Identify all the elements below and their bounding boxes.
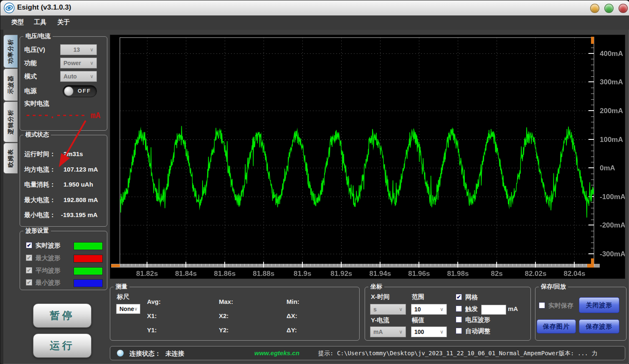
- tab-power-analysis[interactable]: 功率分析: [3, 35, 18, 68]
- min-current-label: 最小电流：: [24, 211, 56, 219]
- connection-status-value: 未连接: [165, 350, 184, 358]
- tip-path-text: 提示: C:\Users\tommy\Desktop\jv_2023_11_22…: [318, 350, 597, 357]
- realtime-save-label: 实时保存: [548, 302, 573, 310]
- panel-title: 保存/回放: [539, 283, 568, 291]
- panel-title: 电压/电流: [23, 33, 53, 40]
- chevron-down-icon: ∨: [90, 60, 94, 66]
- runtime-label: 运行时间：: [24, 150, 56, 158]
- panel-title: 模式状态: [23, 131, 51, 139]
- y1-field-label: Y1:: [147, 326, 157, 334]
- panel-title: 测量: [114, 283, 129, 291]
- x-time-label: X-时间: [371, 293, 390, 301]
- close-button[interactable]: [619, 4, 628, 13]
- rms-current-value: 107.123 mA: [63, 166, 98, 173]
- voltage-label: 电压(V): [24, 46, 45, 54]
- pause-button[interactable]: 暂停: [33, 303, 91, 328]
- app-logo-icon: [4, 3, 15, 15]
- min-wave-checkbox[interactable]: [26, 279, 32, 286]
- minimize-button[interactable]: [590, 4, 599, 13]
- realtime-wave-color: [74, 242, 103, 250]
- title-bar: Esight (v3.1.0.3): [0, 0, 629, 16]
- toggle-state: OFF: [78, 88, 91, 94]
- function-select[interactable]: Power∨: [60, 58, 97, 68]
- range-label: 范围: [412, 293, 424, 301]
- voltage-wave-checkbox[interactable]: [456, 316, 462, 323]
- min-wave-label: 最小波形: [36, 279, 61, 287]
- chevron-down-icon: ∨: [399, 306, 403, 312]
- coordinate-panel: 坐标 X-时间 范围 s∨ 10∨ Y-电流 幅值 mA∨ 100∨ 网格 触发…: [365, 287, 531, 341]
- amplitude-label: 幅值: [412, 316, 424, 324]
- trigger-checkbox[interactable]: [456, 306, 462, 312]
- consumption-label: 电量消耗：: [24, 181, 56, 189]
- realtime-current-display: ----.-----mA: [25, 110, 101, 120]
- power-toggle[interactable]: OFF: [63, 85, 97, 97]
- tab-oscilloscope[interactable]: 示波器: [3, 68, 18, 101]
- trigger-input[interactable]: [481, 305, 506, 315]
- menu-tools[interactable]: 工具: [34, 18, 46, 26]
- max-field-label: Max:: [219, 298, 233, 305]
- save-playback-panel: 保存/回放 实时保存 关闭波形 保存图片 保存波形: [535, 287, 626, 341]
- panel-title: 波形设置: [23, 227, 51, 235]
- range-select[interactable]: 10∨: [411, 304, 447, 315]
- voltage-select[interactable]: 13∨: [60, 44, 97, 55]
- avg-field-label: Avg:: [147, 298, 161, 305]
- voltage-wave-label: 电压波形: [465, 316, 490, 324]
- ruler-select[interactable]: None∨: [116, 304, 140, 314]
- function-label: 功能: [24, 59, 37, 67]
- realtime-save-checkbox[interactable]: [539, 302, 545, 308]
- waveform-chart[interactable]: [110, 35, 625, 278]
- close-wave-button[interactable]: 关闭波形: [579, 297, 619, 313]
- chevron-down-icon: ∨: [90, 47, 94, 53]
- max-wave-checkbox[interactable]: [26, 255, 32, 261]
- y-current-label: Y-电流: [371, 316, 389, 324]
- max-wave-color: [74, 255, 103, 263]
- mode-label: 模式: [24, 73, 37, 81]
- max-current-value: 192.808 mA: [63, 196, 98, 203]
- oscilloscope-chart-area: [110, 35, 625, 279]
- min-field-label: Min:: [287, 298, 299, 305]
- x1-field-label: X1:: [147, 312, 157, 319]
- save-wave-button[interactable]: 保存波形: [579, 319, 619, 334]
- maximize-button[interactable]: [604, 4, 614, 13]
- status-bar: 连接状态： 未连接 www.egteks.cn 提示: C:\Users\tom…: [110, 346, 625, 360]
- dx-field-label: ΔX:: [287, 312, 297, 319]
- window-left-edge: [0, 30, 3, 364]
- dy-field-label: ΔY:: [287, 326, 297, 334]
- waveform-settings-panel: 波形设置 实时波形 最大波形 平均波形 最小波形: [20, 231, 107, 290]
- trigger-label: 触发: [465, 305, 478, 313]
- menu-about[interactable]: 关于: [57, 18, 70, 26]
- consumption-value: 1.950 uAh: [63, 181, 93, 188]
- tab-logic-analysis[interactable]: 逻辑分析: [3, 101, 18, 142]
- save-image-button[interactable]: 保存图片: [537, 319, 576, 334]
- x-unit-select[interactable]: s∨: [370, 304, 406, 315]
- grid-label: 网格: [465, 293, 478, 301]
- menu-type[interactable]: 类型: [11, 18, 24, 26]
- realtime-current-label: 实时电流: [24, 100, 49, 108]
- avg-wave-checkbox[interactable]: [26, 267, 32, 273]
- realtime-wave-checkbox[interactable]: [26, 242, 32, 248]
- run-button[interactable]: 运行: [33, 334, 91, 358]
- max-current-label: 最大电流：: [24, 196, 56, 204]
- avg-wave-color: [74, 267, 103, 275]
- app-window: Esight (v3.1.0.3) 类型 工具 关于 功率分析 示波器 逻辑分析…: [0, 0, 629, 364]
- tab-ohmmeter[interactable]: 欧姆表: [3, 143, 18, 174]
- y2-field-label: Y2:: [219, 326, 228, 334]
- chevron-down-icon: ∨: [90, 73, 94, 79]
- min-current-value: -193.195 mA: [61, 211, 98, 218]
- trigger-unit-label: mA: [508, 305, 518, 312]
- website-link[interactable]: www.egteks.cn: [254, 349, 299, 356]
- chevron-down-icon: ∨: [440, 306, 444, 312]
- y-unit-select[interactable]: mA∨: [370, 326, 406, 337]
- chevron-down-icon: ∨: [134, 306, 138, 312]
- runtime-value: 2m31s: [63, 150, 83, 157]
- mode-select[interactable]: Auto∨: [60, 71, 97, 82]
- amplitude-select[interactable]: 100∨: [411, 326, 447, 337]
- chevron-down-icon: ∨: [440, 329, 444, 335]
- connection-indicator-icon: [117, 350, 124, 356]
- grid-checkbox[interactable]: [456, 294, 462, 300]
- auto-adjust-checkbox[interactable]: [456, 328, 462, 334]
- panel-title: 坐标: [368, 283, 384, 291]
- x2-field-label: X2:: [219, 312, 228, 319]
- realtime-wave-label: 实时波形: [36, 242, 61, 250]
- supply-label: 电源: [24, 87, 37, 95]
